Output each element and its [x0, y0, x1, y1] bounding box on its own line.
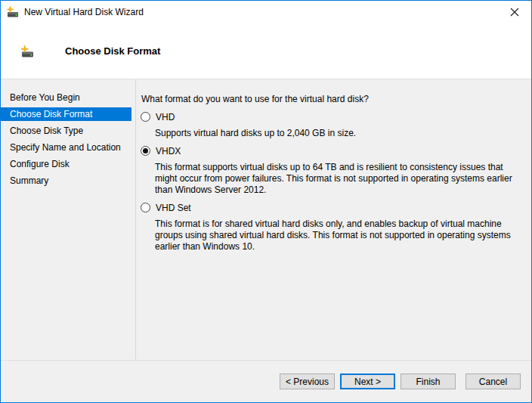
option-vhd-row[interactable]: VHD	[141, 111, 518, 122]
page-content: What format do you want to use for the v…	[136, 79, 531, 360]
cancel-button[interactable]: Cancel	[466, 374, 521, 389]
page-title: Choose Disk Format	[65, 45, 160, 57]
finish-button[interactable]: Finish	[401, 374, 456, 389]
next-button[interactable]: Next >	[340, 374, 395, 389]
option-vhd-set-row[interactable]: VHD Set	[141, 202, 518, 213]
vhd-set-description: This format is for shared virtual hard d…	[155, 219, 515, 253]
sidebar-item-choose-disk-type[interactable]: Choose Disk Type	[1, 124, 131, 138]
window-title: New Virtual Hard Disk Wizard	[24, 7, 144, 17]
format-question-label: What format do you want to use for the v…	[141, 94, 518, 105]
titlebar: New Virtual Hard Disk Wizard	[1, 1, 531, 23]
radio-vhd[interactable]	[141, 112, 150, 122]
close-button[interactable]	[497, 1, 531, 23]
option-vhd-set: VHD Set This format is for shared virtua…	[141, 202, 518, 253]
previous-button[interactable]: < Previous	[280, 374, 335, 389]
new-virtual-hard-disk-icon	[7, 6, 19, 18]
vhdx-description: This format supports virtual disks up to…	[155, 162, 515, 196]
radio-vhdx-label[interactable]: VHDX	[156, 146, 181, 157]
sidebar-item-specify-name-and-location[interactable]: Specify Name and Location	[1, 141, 131, 154]
radio-vhd-set[interactable]	[141, 203, 150, 212]
option-vhdx: VHDX This format supports virtual disks …	[141, 145, 518, 196]
wizard-steps-sidebar: Before You Begin Choose Disk Format Choo…	[1, 79, 136, 360]
sidebar-item-configure-disk[interactable]: Configure Disk	[1, 157, 131, 171]
radio-vhd-label[interactable]: VHD	[156, 112, 175, 122]
wizard-window: New Virtual Hard Disk Wizard Choose Disk…	[0, 0, 532, 403]
radio-vhd-set-label[interactable]: VHD Set	[156, 203, 191, 213]
sidebar-item-summary[interactable]: Summary	[1, 174, 131, 188]
option-vhd: VHD Supports virtual hard disks up to 2,…	[141, 111, 518, 139]
sidebar-item-choose-disk-format[interactable]: Choose Disk Format	[1, 107, 131, 121]
radio-vhdx[interactable]	[141, 146, 150, 156]
sidebar-item-before-you-begin[interactable]: Before You Begin	[1, 91, 131, 104]
option-vhdx-row[interactable]: VHDX	[141, 145, 518, 157]
wizard-footer: < Previous Next > Finish Cancel	[1, 361, 531, 402]
wizard-header: Choose Disk Format	[1, 23, 531, 79]
vhd-description: Supports virtual hard disks up to 2,040 …	[155, 128, 515, 139]
wizard-body: Before You Begin Choose Disk Format Choo…	[1, 79, 531, 361]
new-virtual-hard-disk-icon	[21, 45, 34, 58]
close-icon	[510, 8, 519, 17]
